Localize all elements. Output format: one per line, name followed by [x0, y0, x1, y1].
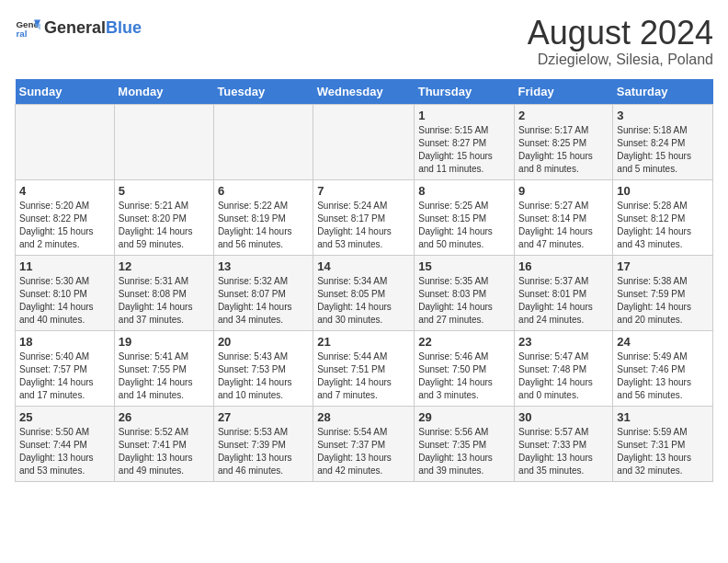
- calendar-cell: 2Sunrise: 5:17 AMSunset: 8:25 PMDaylight…: [515, 104, 613, 179]
- calendar-cell: 22Sunrise: 5:46 AMSunset: 7:50 PMDayligh…: [415, 330, 515, 406]
- day-info: Sunrise: 5:18 AMSunset: 8:24 PMDaylight:…: [617, 124, 709, 176]
- day-info: Sunrise: 5:32 AMSunset: 8:07 PMDaylight:…: [218, 275, 309, 327]
- calendar-cell: 14Sunrise: 5:34 AMSunset: 8:05 PMDayligh…: [313, 255, 415, 330]
- day-number: 31: [617, 410, 709, 424]
- calendar-cell: 18Sunrise: 5:40 AMSunset: 7:57 PMDayligh…: [16, 330, 115, 406]
- day-number: 9: [518, 184, 609, 198]
- day-number: 16: [518, 259, 609, 273]
- calendar-cell: 26Sunrise: 5:52 AMSunset: 7:41 PMDayligh…: [114, 406, 213, 481]
- calendar-cell: 19Sunrise: 5:41 AMSunset: 7:55 PMDayligh…: [114, 330, 213, 406]
- day-number: 25: [19, 410, 110, 424]
- day-info: Sunrise: 5:21 AMSunset: 8:20 PMDaylight:…: [119, 200, 210, 251]
- calendar-cell: 25Sunrise: 5:50 AMSunset: 7:44 PMDayligh…: [16, 406, 115, 481]
- logo-icon: Gene ral: [15, 15, 40, 40]
- day-info: Sunrise: 5:50 AMSunset: 7:44 PMDaylight:…: [19, 426, 110, 477]
- day-number: 12: [119, 259, 210, 273]
- day-info: Sunrise: 5:41 AMSunset: 7:55 PMDaylight:…: [119, 350, 210, 402]
- day-number: 5: [119, 184, 210, 198]
- day-info: Sunrise: 5:30 AMSunset: 8:10 PMDaylight:…: [19, 275, 110, 327]
- day-number: 28: [317, 410, 410, 424]
- svg-text:ral: ral: [16, 29, 27, 39]
- calendar-cell: 21Sunrise: 5:44 AMSunset: 7:51 PMDayligh…: [313, 330, 415, 406]
- calendar-cell: 6Sunrise: 5:22 AMSunset: 8:19 PMDaylight…: [213, 179, 313, 255]
- day-number: 13: [218, 259, 309, 273]
- calendar-cell: 16Sunrise: 5:37 AMSunset: 8:01 PMDayligh…: [515, 255, 613, 330]
- day-header-sunday: Sunday: [16, 79, 115, 105]
- day-info: Sunrise: 5:43 AMSunset: 7:53 PMDaylight:…: [218, 350, 309, 402]
- day-number: 4: [19, 184, 110, 198]
- day-info: Sunrise: 5:25 AMSunset: 8:15 PMDaylight:…: [418, 200, 510, 251]
- logo-general: General: [44, 18, 106, 38]
- day-info: Sunrise: 5:56 AMSunset: 7:35 PMDaylight:…: [418, 426, 510, 477]
- calendar-cell: 7Sunrise: 5:24 AMSunset: 8:17 PMDaylight…: [313, 179, 415, 255]
- day-info: Sunrise: 5:44 AMSunset: 7:51 PMDaylight:…: [317, 350, 410, 402]
- day-info: Sunrise: 5:52 AMSunset: 7:41 PMDaylight:…: [119, 426, 210, 477]
- week-row-3: 11Sunrise: 5:30 AMSunset: 8:10 PMDayligh…: [16, 255, 713, 330]
- day-number: 30: [518, 410, 609, 424]
- day-number: 24: [617, 335, 709, 349]
- calendar-table: SundayMondayTuesdayWednesdayThursdayFrid…: [15, 79, 713, 482]
- day-number: 2: [518, 109, 609, 122]
- day-number: 15: [418, 259, 510, 273]
- calendar-cell: 12Sunrise: 5:31 AMSunset: 8:08 PMDayligh…: [114, 255, 213, 330]
- calendar-cell: 27Sunrise: 5:53 AMSunset: 7:39 PMDayligh…: [213, 406, 313, 481]
- day-number: 27: [218, 410, 309, 424]
- day-info: Sunrise: 5:37 AMSunset: 8:01 PMDaylight:…: [518, 275, 609, 327]
- calendar-cell: 30Sunrise: 5:57 AMSunset: 7:33 PMDayligh…: [515, 406, 613, 481]
- logo-blue: Blue: [106, 18, 142, 38]
- calendar-cell: 15Sunrise: 5:35 AMSunset: 8:03 PMDayligh…: [415, 255, 515, 330]
- day-info: Sunrise: 5:57 AMSunset: 7:33 PMDaylight:…: [518, 426, 609, 477]
- week-row-2: 4Sunrise: 5:20 AMSunset: 8:22 PMDaylight…: [16, 179, 713, 255]
- calendar-cell: 24Sunrise: 5:49 AMSunset: 7:46 PMDayligh…: [613, 330, 713, 406]
- day-info: Sunrise: 5:22 AMSunset: 8:19 PMDaylight:…: [218, 200, 309, 251]
- calendar-cell: 8Sunrise: 5:25 AMSunset: 8:15 PMDaylight…: [415, 179, 515, 255]
- week-row-5: 25Sunrise: 5:50 AMSunset: 7:44 PMDayligh…: [16, 406, 713, 481]
- day-info: Sunrise: 5:59 AMSunset: 7:31 PMDaylight:…: [617, 426, 709, 477]
- day-info: Sunrise: 5:47 AMSunset: 7:48 PMDaylight:…: [518, 350, 609, 402]
- calendar-cell: [16, 104, 115, 179]
- day-info: Sunrise: 5:24 AMSunset: 8:17 PMDaylight:…: [317, 200, 410, 251]
- day-info: Sunrise: 5:53 AMSunset: 7:39 PMDaylight:…: [218, 426, 309, 477]
- week-row-1: 1Sunrise: 5:15 AMSunset: 8:27 PMDaylight…: [16, 104, 713, 179]
- calendar-cell: 29Sunrise: 5:56 AMSunset: 7:35 PMDayligh…: [415, 406, 515, 481]
- calendar-cell: 11Sunrise: 5:30 AMSunset: 8:10 PMDayligh…: [16, 255, 115, 330]
- day-info: Sunrise: 5:31 AMSunset: 8:08 PMDaylight:…: [119, 275, 210, 327]
- day-info: Sunrise: 5:54 AMSunset: 7:37 PMDaylight:…: [317, 426, 410, 477]
- day-number: 26: [119, 410, 210, 424]
- day-header-wednesday: Wednesday: [313, 79, 415, 105]
- day-number: 11: [19, 259, 110, 273]
- day-number: 22: [418, 335, 510, 349]
- logo: Gene ral GeneralBlue: [15, 15, 142, 40]
- day-info: Sunrise: 5:17 AMSunset: 8:25 PMDaylight:…: [518, 124, 609, 176]
- calendar-cell: 3Sunrise: 5:18 AMSunset: 8:24 PMDaylight…: [613, 104, 713, 179]
- calendar-cell: 1Sunrise: 5:15 AMSunset: 8:27 PMDaylight…: [415, 104, 515, 179]
- day-number: 7: [317, 184, 410, 198]
- day-number: 29: [418, 410, 510, 424]
- day-number: 6: [218, 184, 309, 198]
- day-number: 1: [418, 109, 510, 122]
- header: Gene ral GeneralBlue August 2024 Dziegie…: [15, 15, 713, 68]
- day-info: Sunrise: 5:28 AMSunset: 8:12 PMDaylight:…: [617, 200, 709, 251]
- calendar-cell: 9Sunrise: 5:27 AMSunset: 8:14 PMDaylight…: [515, 179, 613, 255]
- day-number: 18: [19, 335, 110, 349]
- header-row: SundayMondayTuesdayWednesdayThursdayFrid…: [16, 79, 713, 105]
- day-info: Sunrise: 5:49 AMSunset: 7:46 PMDaylight:…: [617, 350, 709, 402]
- day-number: 21: [317, 335, 410, 349]
- calendar-cell: 10Sunrise: 5:28 AMSunset: 8:12 PMDayligh…: [613, 179, 713, 255]
- calendar-cell: 17Sunrise: 5:38 AMSunset: 7:59 PMDayligh…: [613, 255, 713, 330]
- day-info: Sunrise: 5:35 AMSunset: 8:03 PMDaylight:…: [418, 275, 510, 327]
- title-area: August 2024 Dziegielow, Silesia, Poland: [528, 15, 713, 68]
- day-header-friday: Friday: [515, 79, 613, 105]
- day-number: 8: [418, 184, 510, 198]
- calendar-cell: 5Sunrise: 5:21 AMSunset: 8:20 PMDaylight…: [114, 179, 213, 255]
- sub-title: Dziegielow, Silesia, Poland: [528, 52, 713, 68]
- calendar-cell: 31Sunrise: 5:59 AMSunset: 7:31 PMDayligh…: [613, 406, 713, 481]
- day-header-thursday: Thursday: [415, 79, 515, 105]
- day-info: Sunrise: 5:38 AMSunset: 7:59 PMDaylight:…: [617, 275, 709, 327]
- calendar-cell: 13Sunrise: 5:32 AMSunset: 8:07 PMDayligh…: [213, 255, 313, 330]
- day-info: Sunrise: 5:15 AMSunset: 8:27 PMDaylight:…: [418, 124, 510, 176]
- day-header-monday: Monday: [114, 79, 213, 105]
- day-header-tuesday: Tuesday: [213, 79, 313, 105]
- calendar-cell: 23Sunrise: 5:47 AMSunset: 7:48 PMDayligh…: [515, 330, 613, 406]
- day-number: 23: [518, 335, 609, 349]
